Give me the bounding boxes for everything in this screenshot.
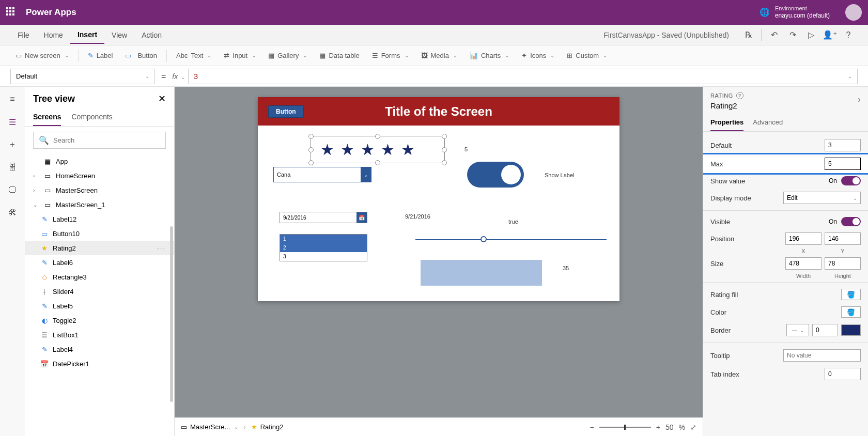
tab-screens[interactable]: Screens — [33, 108, 61, 126]
tree-node-button10[interactable]: ▭Button10 — [25, 226, 174, 241]
app-launcher-icon[interactable] — [6, 7, 17, 18]
show-value-toggle[interactable] — [841, 176, 861, 185]
tree-node-datepicker1[interactable]: 📅DatePicker1 — [25, 356, 174, 371]
formula-input[interactable]: 3 ⌄ — [188, 69, 858, 84]
zoom-out-button[interactable]: − — [590, 423, 594, 431]
redo-icon[interactable]: ↷ — [783, 26, 802, 44]
tree-node-label5[interactable]: ✎Label5 — [25, 299, 174, 313]
datepicker-control[interactable]: 9/21/2016 📅 — [280, 212, 367, 223]
tree-node-toggle2[interactable]: ◐Toggle2 — [25, 313, 174, 328]
resize-handle[interactable] — [442, 134, 447, 139]
position-x-input[interactable] — [785, 232, 822, 245]
height-input[interactable] — [825, 257, 861, 270]
list-item[interactable]: 1 — [280, 235, 367, 243]
share-icon[interactable]: 👤⁺ — [820, 26, 839, 44]
gallery-dropdown[interactable]: ▦Gallery⌄ — [263, 49, 312, 63]
app-checker-icon[interactable]: ℞ — [739, 26, 758, 44]
zoom-in-button[interactable]: + — [656, 423, 660, 431]
resize-handle[interactable] — [442, 147, 447, 152]
close-icon[interactable]: ✕ — [158, 93, 166, 104]
tree-node-label4[interactable]: ✎Label4 — [25, 342, 174, 356]
fit-screen-icon[interactable]: ⤢ — [690, 423, 696, 431]
scrollbar[interactable] — [170, 226, 173, 402]
tree-node-app[interactable]: ▦App — [25, 154, 174, 168]
charts-dropdown[interactable]: 📊Charts⌄ — [464, 49, 514, 63]
resize-handle[interactable] — [375, 160, 380, 165]
chevron-down-icon[interactable]: ⌄ — [361, 167, 371, 182]
data-table-button[interactable]: ▦Data table — [314, 49, 364, 63]
breadcrumb-control[interactable]: ★Rating2 — [251, 423, 284, 431]
list-item[interactable]: 2 — [280, 243, 367, 252]
canvas-screen[interactable]: Button Title of the Screen ★ ★ ★ ★ ★ — [258, 97, 619, 301]
rectangle-shape[interactable] — [421, 260, 542, 286]
avatar[interactable] — [845, 4, 862, 21]
border-color-swatch[interactable] — [841, 324, 861, 336]
tree-node-listbox1[interactable]: ☰ListBox1 — [25, 328, 174, 342]
media-dropdown[interactable]: 🖼Media⌄ — [416, 49, 462, 63]
display-mode-select[interactable]: Edit⌄ — [783, 192, 861, 204]
input-dropdown[interactable]: ⇄Input⌄ — [219, 49, 261, 63]
icons-dropdown[interactable]: ✦Icons⌄ — [516, 49, 560, 63]
help-icon[interactable]: ? — [736, 92, 743, 99]
listbox-control[interactable]: 1 2 3 — [280, 234, 367, 261]
border-style-select[interactable]: —⌄ — [786, 324, 809, 336]
tooltip-input[interactable] — [783, 349, 861, 362]
menu-action[interactable]: Action — [134, 27, 169, 43]
new-screen-button[interactable]: ▭New screen⌄ — [10, 49, 74, 63]
tree-node-rectangle3[interactable]: ◇Rectangle3 — [25, 270, 174, 284]
hamburger-icon[interactable]: ≡ — [6, 93, 19, 105]
media-rail-icon[interactable]: 🖵 — [6, 184, 19, 196]
rating-control-selected[interactable]: ★ ★ ★ ★ ★ — [311, 136, 445, 164]
width-input[interactable] — [785, 257, 822, 270]
tab-advanced[interactable]: Advanced — [753, 114, 783, 131]
data-icon[interactable]: 🗄 — [6, 161, 19, 174]
menu-home[interactable]: Home — [37, 27, 70, 43]
default-input[interactable] — [825, 139, 861, 151]
tab-components[interactable]: Components — [71, 108, 112, 126]
dropdown-control[interactable]: Cana ⌄ — [273, 167, 371, 182]
zoom-slider[interactable] — [599, 427, 651, 428]
resize-handle[interactable] — [308, 147, 314, 152]
color-swatch[interactable]: 🪣 — [841, 306, 861, 318]
tools-icon[interactable]: 🛠 — [6, 207, 19, 219]
environment-picker[interactable]: 🌐 Environment enayu.com (default) — [760, 5, 830, 20]
more-icon[interactable]: ··· — [157, 244, 166, 252]
play-icon[interactable]: ▷ — [802, 26, 820, 44]
button-button[interactable]: ▭Button — [120, 49, 162, 63]
menu-file[interactable]: File — [10, 27, 37, 43]
tabindex-input[interactable] — [825, 368, 861, 380]
help-icon[interactable]: ? — [839, 26, 858, 44]
resize-handle[interactable] — [308, 134, 314, 139]
visible-toggle[interactable] — [841, 217, 861, 226]
label-button[interactable]: ✎Label — [83, 49, 118, 63]
rating-fill-swatch[interactable]: 🪣 — [841, 289, 861, 300]
undo-icon[interactable]: ↶ — [765, 26, 783, 44]
tree-node-slider4[interactable]: ⟊Slider4 — [25, 284, 174, 299]
border-width-input[interactable] — [812, 324, 838, 336]
toggle-control[interactable] — [467, 162, 524, 188]
slider-thumb[interactable] — [481, 236, 487, 242]
calendar-icon[interactable]: 📅 — [357, 212, 367, 223]
list-item[interactable]: 3 — [280, 252, 367, 261]
tree-node-rating2[interactable]: ★Rating2··· — [25, 241, 174, 255]
custom-dropdown[interactable]: ⊞Custom⌄ — [562, 49, 612, 63]
search-input[interactable] — [53, 136, 160, 144]
chevron-right-icon[interactable]: › — [858, 94, 861, 105]
resize-handle[interactable] — [442, 160, 447, 165]
tree-view-icon[interactable]: ☰ — [6, 116, 19, 128]
max-input[interactable] — [825, 158, 861, 170]
position-y-input[interactable] — [825, 232, 861, 245]
tree-node-masterscreen[interactable]: ›▭MasterScreen — [25, 183, 174, 197]
resize-handle[interactable] — [308, 160, 314, 165]
tree-node-masterscreen1[interactable]: ⌄▭MasterScreen_1 — [25, 197, 174, 212]
tree-node-homescreen[interactable]: ›▭HomeScreen — [25, 168, 174, 183]
forms-dropdown[interactable]: ☰Forms⌄ — [367, 49, 414, 63]
tree-node-label6[interactable]: ✎Label6 — [25, 255, 174, 270]
slider-control[interactable] — [415, 239, 607, 240]
text-dropdown[interactable]: AbcText⌄ — [171, 49, 216, 63]
search-box[interactable]: 🔍 — [33, 132, 166, 149]
breadcrumb-screen[interactable]: ▭MasterScre...⌄ — [181, 423, 238, 431]
tab-properties[interactable]: Properties — [710, 114, 743, 131]
tree-node-label12[interactable]: ✎Label12 — [25, 212, 174, 226]
insert-icon[interactable]: + — [6, 138, 19, 151]
